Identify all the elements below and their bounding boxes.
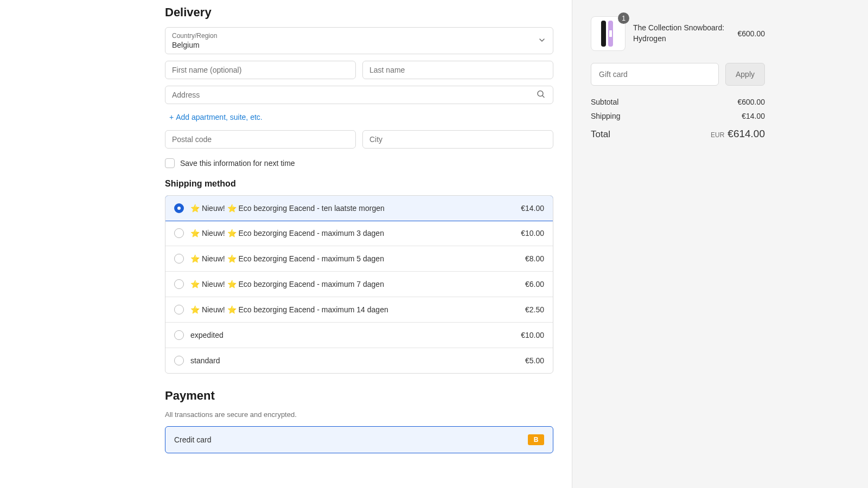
quantity-badge: 1 bbox=[618, 12, 629, 24]
radio-icon bbox=[174, 356, 184, 365]
shipping-option-price: €6.00 bbox=[525, 280, 544, 288]
postal-code-input[interactable]: Postal code bbox=[165, 130, 356, 149]
shipping-option[interactable]: ⭐ Nieuw! ⭐ Eco bezorging Eacend - ten la… bbox=[165, 195, 553, 221]
shipping-option[interactable]: expedited€10.00 bbox=[165, 323, 553, 348]
shipping-option-label: ⭐ Nieuw! ⭐ Eco bezorging Eacend - ten la… bbox=[190, 204, 514, 213]
address-label: Address bbox=[172, 88, 200, 102]
shipping-option-label: standard bbox=[190, 356, 519, 365]
save-info-checkbox[interactable] bbox=[165, 158, 175, 168]
total-value: €614.00 bbox=[727, 128, 765, 139]
shipping-option[interactable]: ⭐ Nieuw! ⭐ Eco bezorging Eacend - maximu… bbox=[165, 221, 553, 246]
svg-rect-4 bbox=[609, 30, 612, 37]
shipping-option-price: €2.50 bbox=[525, 305, 544, 314]
radio-icon bbox=[174, 279, 184, 289]
save-info-label: Save this information for next time bbox=[180, 159, 295, 168]
chevron-down-icon bbox=[539, 36, 545, 45]
city-label: City bbox=[369, 132, 382, 146]
shipping-option[interactable]: ⭐ Nieuw! ⭐ Eco bezorging Eacend - maximu… bbox=[165, 297, 553, 323]
svg-line-1 bbox=[542, 96, 544, 98]
shipping-option-price: €8.00 bbox=[525, 254, 544, 263]
shipping-option-label: ⭐ Nieuw! ⭐ Eco bezorging Eacend - maximu… bbox=[190, 280, 519, 288]
subtotal-label: Subtotal bbox=[591, 98, 618, 106]
product-name: The Collection Snowboard: Hydrogen bbox=[633, 23, 730, 44]
apply-button[interactable]: Apply bbox=[725, 63, 765, 86]
shipping-options: ⭐ Nieuw! ⭐ Eco bezorging Eacend - ten la… bbox=[165, 195, 553, 374]
first-name-input[interactable]: First name (optional) bbox=[165, 61, 356, 79]
search-icon bbox=[537, 90, 545, 100]
radio-icon bbox=[174, 305, 184, 314]
shipping-cost-value: €14.00 bbox=[742, 112, 765, 120]
shipping-option-price: €5.00 bbox=[525, 356, 544, 365]
address-input[interactable]: Address bbox=[165, 86, 553, 104]
shipping-option-label: ⭐ Nieuw! ⭐ Eco bezorging Eacend - maximu… bbox=[190, 254, 519, 263]
add-apartment-link[interactable]: +Add apartment, suite, etc. bbox=[165, 111, 553, 124]
shipping-method-title: Shipping method bbox=[165, 179, 553, 189]
shipping-cost-label: Shipping bbox=[591, 112, 621, 120]
total-currency: EUR bbox=[711, 131, 724, 139]
last-name-label: Last name bbox=[369, 63, 405, 77]
card-brand-icon: B bbox=[528, 434, 544, 445]
country-label: Country/Region bbox=[172, 32, 546, 40]
shipping-option-price: €14.00 bbox=[521, 204, 544, 213]
total-label: Total bbox=[591, 129, 610, 140]
shipping-option[interactable]: ⭐ Nieuw! ⭐ Eco bezorging Eacend - maximu… bbox=[165, 272, 553, 297]
postal-label: Postal code bbox=[172, 132, 212, 146]
shipping-option-price: €10.00 bbox=[521, 229, 544, 237]
cart-item: 1 The Collection Snowboard: Hydrogen €60… bbox=[591, 16, 765, 51]
delivery-title: Delivery bbox=[165, 5, 553, 20]
payment-credit-card[interactable]: Credit card B bbox=[165, 426, 553, 453]
shipping-option-label: ⭐ Nieuw! ⭐ Eco bezorging Eacend - maximu… bbox=[190, 229, 514, 237]
shipping-option[interactable]: ⭐ Nieuw! ⭐ Eco bezorging Eacend - maximu… bbox=[165, 246, 553, 272]
radio-icon bbox=[174, 330, 184, 340]
first-name-label: First name (optional) bbox=[172, 63, 241, 77]
shipping-option-label: expedited bbox=[190, 331, 514, 339]
product-price: €600.00 bbox=[737, 29, 765, 38]
credit-card-label: Credit card bbox=[174, 435, 211, 444]
radio-icon bbox=[174, 228, 184, 238]
shipping-option-price: €10.00 bbox=[521, 331, 544, 339]
payment-note: All transactions are secure and encrypte… bbox=[165, 410, 553, 419]
plus-icon: + bbox=[169, 113, 174, 121]
gift-card-input[interactable]: Gift card bbox=[591, 63, 719, 86]
country-select[interactable]: Country/Region Belgium bbox=[165, 27, 553, 54]
city-input[interactable]: City bbox=[362, 130, 553, 149]
country-value: Belgium bbox=[172, 41, 546, 49]
subtotal-value: €600.00 bbox=[737, 98, 765, 106]
radio-icon bbox=[174, 203, 184, 213]
shipping-option-label: ⭐ Nieuw! ⭐ Eco bezorging Eacend - maximu… bbox=[190, 305, 519, 314]
product-thumbnail: 1 bbox=[591, 16, 626, 51]
payment-title: Payment bbox=[165, 389, 553, 403]
shipping-option[interactable]: standard€5.00 bbox=[165, 348, 553, 373]
radio-icon bbox=[174, 254, 184, 264]
svg-rect-2 bbox=[601, 21, 606, 47]
last-name-input[interactable]: Last name bbox=[362, 61, 553, 79]
